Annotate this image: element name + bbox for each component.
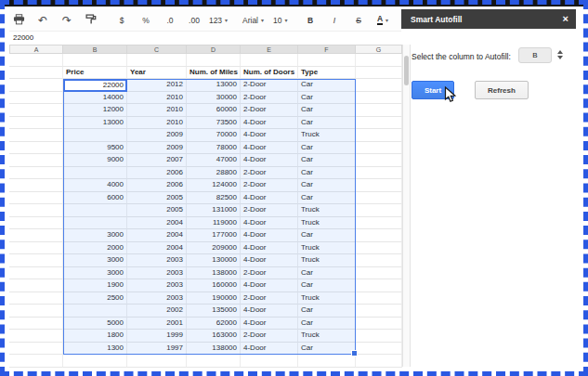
cell[interactable]: 119000 xyxy=(187,217,241,230)
cell[interactable]: 70000 xyxy=(187,129,241,142)
cell[interactable]: 2-Door xyxy=(241,79,298,92)
decrease-decimal-button[interactable]: .0 xyxy=(161,12,179,29)
autofill-column-select[interactable]: B xyxy=(518,47,552,63)
cell[interactable] xyxy=(356,279,402,292)
cell[interactable]: 28800 xyxy=(187,167,241,180)
cell[interactable]: 2009 xyxy=(127,142,187,155)
cell[interactable]: 131000 xyxy=(187,204,241,217)
cell[interactable]: 13000 xyxy=(63,117,127,130)
cell[interactable]: 2-Door xyxy=(241,330,298,343)
cell[interactable]: Truck xyxy=(298,204,356,217)
cell[interactable]: 5000 xyxy=(63,318,127,331)
cell[interactable] xyxy=(9,229,63,242)
cell[interactable]: 2000 xyxy=(63,242,127,255)
vertical-scrollbar[interactable] xyxy=(402,45,411,367)
cell[interactable]: 2003 xyxy=(127,254,187,267)
cell[interactable]: Car xyxy=(298,267,356,280)
cell[interactable]: Num. of Miles xyxy=(187,67,241,80)
cell[interactable] xyxy=(127,54,187,67)
font-size-select[interactable]: 10 ▾ xyxy=(270,12,289,29)
cell[interactable]: 4-Door xyxy=(241,254,298,267)
cell[interactable] xyxy=(356,104,402,117)
cell[interactable] xyxy=(356,129,402,142)
cell[interactable] xyxy=(356,54,402,67)
font-family-select[interactable]: Arial ▾ xyxy=(240,12,258,29)
cell[interactable]: 2001 xyxy=(127,318,187,331)
cell[interactable] xyxy=(9,117,63,130)
cell[interactable] xyxy=(63,305,127,318)
cell[interactable]: 4-Door xyxy=(241,318,298,331)
cell[interactable]: 4-Door xyxy=(241,117,298,130)
cell[interactable] xyxy=(9,355,63,368)
cell[interactable] xyxy=(356,229,402,242)
select-spinner-icon[interactable] xyxy=(557,50,563,59)
column-header-G[interactable]: G xyxy=(356,45,402,54)
cell[interactable]: 2003 xyxy=(127,292,187,305)
cell[interactable] xyxy=(356,267,402,280)
cell[interactable] xyxy=(356,242,402,255)
cell[interactable]: Car xyxy=(298,142,356,155)
column-header-F[interactable]: F xyxy=(298,45,356,54)
cell[interactable] xyxy=(298,355,356,368)
cell[interactable] xyxy=(9,192,63,205)
cell[interactable]: 4000 xyxy=(63,179,127,192)
cell[interactable]: 9500 xyxy=(63,142,127,155)
cell[interactable] xyxy=(356,204,402,217)
undo-button[interactable]: ↶ xyxy=(33,12,52,29)
cell[interactable]: 2003 xyxy=(127,279,187,292)
percent-format-button[interactable]: % xyxy=(137,12,155,29)
cell[interactable]: 4-Door xyxy=(241,305,298,318)
cell[interactable] xyxy=(9,279,63,292)
cell[interactable] xyxy=(127,355,187,368)
cell[interactable]: 2-Door xyxy=(241,292,298,305)
cell[interactable]: 60000 xyxy=(187,104,241,117)
cell[interactable]: 3000 xyxy=(63,229,127,242)
cell[interactable]: 2-Door xyxy=(241,204,298,217)
cell[interactable] xyxy=(9,254,63,267)
cell[interactable] xyxy=(356,292,402,305)
start-button[interactable]: Start xyxy=(412,81,454,99)
cell[interactable]: Truck xyxy=(298,242,356,255)
cell[interactable]: 3000 xyxy=(63,254,127,267)
cell[interactable]: 177000 xyxy=(187,229,241,242)
cell[interactable]: 73500 xyxy=(187,117,241,130)
cell[interactable] xyxy=(9,242,63,255)
cell[interactable]: 4-Door xyxy=(241,142,298,155)
cell[interactable]: 2006 xyxy=(127,179,187,192)
strikethrough-button[interactable]: S xyxy=(349,12,368,29)
cell[interactable]: 3000 xyxy=(63,267,127,280)
cell[interactable]: 2005 xyxy=(127,204,187,217)
cell[interactable]: 190000 xyxy=(187,292,241,305)
cell[interactable] xyxy=(241,355,298,368)
scrollbar-thumb[interactable] xyxy=(404,56,409,85)
cell[interactable]: Car xyxy=(298,305,356,318)
cell[interactable]: 2-Door xyxy=(241,92,298,105)
cell[interactable]: 4-Door xyxy=(241,192,298,205)
cell[interactable] xyxy=(356,79,402,92)
cell[interactable] xyxy=(9,92,63,105)
cell[interactable]: 13000 xyxy=(187,79,241,92)
cell[interactable]: Type xyxy=(298,67,356,80)
cell[interactable] xyxy=(356,192,402,205)
cell[interactable]: 1999 xyxy=(127,330,187,343)
cell[interactable] xyxy=(9,318,63,331)
cell[interactable]: Truck xyxy=(298,217,356,230)
cell[interactable] xyxy=(356,167,402,180)
cell[interactable]: 2010 xyxy=(127,117,187,130)
cell[interactable]: 4-Door xyxy=(241,217,298,230)
cell[interactable] xyxy=(356,154,402,167)
cell[interactable]: 4-Door xyxy=(241,129,298,142)
cell[interactable] xyxy=(9,305,63,318)
cell[interactable]: 2002 xyxy=(127,305,187,318)
cell[interactable] xyxy=(63,54,127,67)
cell[interactable] xyxy=(9,79,63,92)
cell[interactable]: Car xyxy=(298,167,356,180)
cell[interactable] xyxy=(9,154,63,167)
cell[interactable] xyxy=(9,54,63,67)
cell[interactable] xyxy=(356,142,402,155)
cell[interactable]: 4-Door xyxy=(241,154,298,167)
italic-button[interactable]: I xyxy=(325,12,344,29)
cell[interactable]: 2004 xyxy=(127,242,187,255)
cell[interactable] xyxy=(356,343,402,356)
number-format-menu[interactable]: 123 ▾ xyxy=(209,12,228,29)
